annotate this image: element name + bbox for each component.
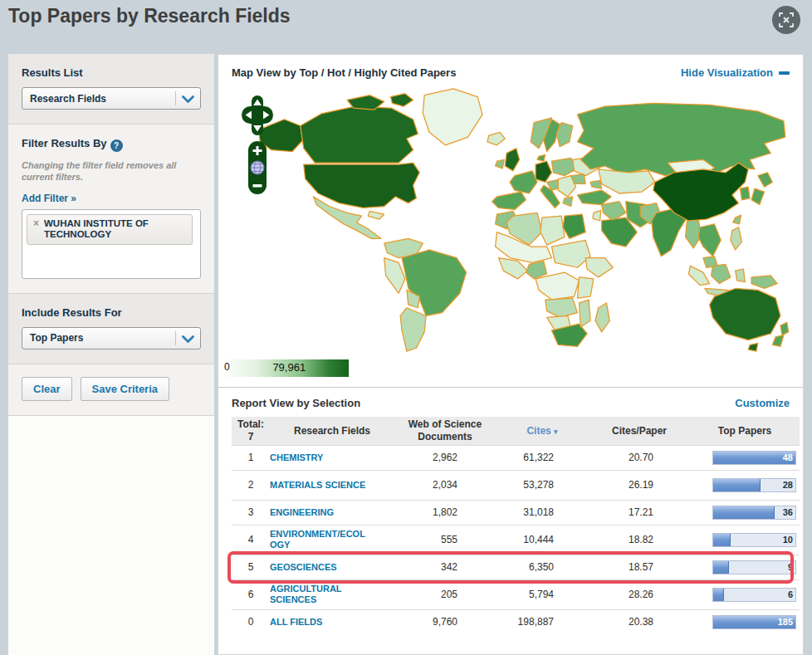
row-rank: 0 [232, 609, 270, 634]
map-country[interactable] [510, 171, 537, 193]
map-country[interactable] [585, 258, 613, 277]
map-country[interactable] [748, 343, 758, 351]
map-country[interactable] [368, 211, 384, 219]
map-country[interactable] [545, 298, 578, 317]
table-row: 5 GEOSCIENCES 342 6,350 18.57 9 [232, 555, 800, 579]
map-country[interactable] [496, 159, 505, 169]
table-row: 4 ENVIRONMENT/ECOLOGY 555 10,444 18.82 1… [232, 525, 800, 555]
map-country[interactable] [492, 192, 526, 209]
research-field-link[interactable]: MATERIALS SCIENCE [270, 480, 365, 491]
top-papers-bar: 10 [712, 533, 796, 547]
map-countries [258, 89, 788, 351]
row-field: ENVIRONMENT/ECOLOGY [270, 525, 394, 555]
research-field-link[interactable]: AGRICULTURAL SCIENCES [270, 584, 368, 605]
map-country[interactable] [590, 180, 602, 188]
row-cites: 198,887 [496, 609, 589, 634]
map-country[interactable] [578, 190, 612, 204]
map-country[interactable] [571, 174, 585, 184]
map-country[interactable] [536, 161, 551, 182]
map-country[interactable] [536, 272, 579, 300]
map-country[interactable] [384, 258, 405, 294]
results-list-dropdown[interactable]: Research Fields [22, 87, 201, 110]
research-field-link[interactable]: CHEMISTRY [270, 452, 323, 463]
map-country[interactable] [537, 154, 545, 161]
row-documents: 2,962 [394, 445, 496, 470]
map-country[interactable] [595, 303, 609, 332]
report-view-title: Report View by Selection [232, 397, 360, 409]
research-field-link[interactable]: GEOSCIENCES [270, 562, 337, 573]
save-criteria-button[interactable]: Save Criteria [81, 377, 170, 401]
row-top-papers: 36 [690, 500, 800, 525]
top-papers-value: 185 [778, 617, 793, 627]
map-country[interactable] [751, 276, 777, 289]
filter-chip[interactable]: × WUHAN INSTITUTE OF TECHNOLOGY [27, 214, 193, 246]
map-country[interactable] [780, 322, 789, 335]
map-country[interactable] [526, 261, 546, 278]
map-country[interactable] [563, 197, 573, 207]
include-results-dropdown[interactable]: Top Papers [22, 327, 201, 349]
map-country[interactable] [551, 240, 590, 267]
help-icon[interactable]: ? [110, 139, 123, 152]
map-country[interactable] [579, 300, 590, 327]
map-country[interactable] [400, 308, 426, 351]
column-header-cites-sort[interactable]: Cites ▾ [496, 417, 589, 445]
map-country[interactable] [688, 266, 709, 285]
map-pan-control[interactable] [238, 95, 276, 135]
add-filter-link[interactable]: Add Filter » [22, 193, 76, 204]
map-country[interactable] [423, 89, 482, 145]
row-documents: 2,034 [394, 470, 496, 500]
row-documents: 205 [394, 579, 496, 609]
row-top-papers: 48 [690, 445, 800, 470]
hide-visualization-link[interactable]: Hide Visualization [681, 66, 790, 79]
row-cites-per-paper: 20.70 [589, 445, 690, 470]
map-country[interactable] [541, 216, 565, 245]
top-papers-bar: 6 [712, 588, 796, 602]
row-documents: 1,802 [394, 500, 496, 525]
map-country[interactable] [593, 210, 601, 221]
map-country[interactable] [772, 335, 784, 347]
map-country[interactable] [301, 106, 418, 163]
map-country[interactable] [599, 169, 655, 193]
row-rank: 5 [232, 555, 270, 579]
row-top-papers: 185 [690, 609, 800, 634]
map-country[interactable] [740, 187, 750, 200]
map-country[interactable] [733, 215, 741, 224]
map-zoom-control[interactable] [248, 141, 267, 194]
customize-link[interactable]: Customize [735, 397, 790, 409]
map-country[interactable] [736, 269, 746, 282]
map-country[interactable] [390, 94, 413, 107]
row-top-papers: 9 [690, 555, 800, 579]
map-country[interactable] [751, 188, 765, 204]
map-country[interactable] [710, 288, 780, 340]
top-papers-value: 48 [783, 452, 793, 462]
remove-filter-icon[interactable]: × [33, 218, 39, 230]
research-field-link[interactable]: ENGINEERING [270, 507, 334, 518]
include-results-selected: Top Papers [30, 332, 83, 344]
column-header-top-papers: Top Papers [690, 417, 800, 445]
row-rank: 3 [232, 500, 270, 525]
row-cites: 5,794 [496, 579, 589, 609]
fullscreen-button[interactable] [772, 6, 800, 34]
row-field: MATERIALS SCIENCE [270, 470, 394, 500]
row-top-papers: 10 [690, 525, 800, 555]
world-map [218, 86, 803, 355]
filter-chip-label: WUHAN INSTITUTE OF TECHNOLOGY [44, 218, 186, 242]
map-country[interactable] [712, 264, 731, 283]
map-country[interactable] [505, 149, 519, 171]
page-title: Top Papers by Research Fields [8, 5, 812, 27]
row-documents: 9,760 [394, 609, 496, 634]
clear-button[interactable]: Clear [22, 377, 72, 401]
map-country[interactable] [551, 158, 575, 175]
map-country[interactable] [578, 277, 594, 298]
research-field-link[interactable]: ALL FIELDS [270, 617, 322, 628]
top-papers-bar: 9 [712, 560, 796, 574]
row-field: CHEMISTRY [270, 445, 394, 470]
map-country[interactable] [731, 227, 742, 250]
top-papers-bar: 48 [712, 451, 796, 465]
filter-section: Filter Results By? Changing the filter f… [8, 125, 214, 294]
map-country[interactable] [698, 224, 721, 257]
map-country[interactable] [487, 132, 505, 145]
research-field-link[interactable]: ENVIRONMENT/ECOLOGY [270, 529, 368, 550]
map-country[interactable] [563, 214, 585, 238]
map-country[interactable] [758, 173, 772, 187]
